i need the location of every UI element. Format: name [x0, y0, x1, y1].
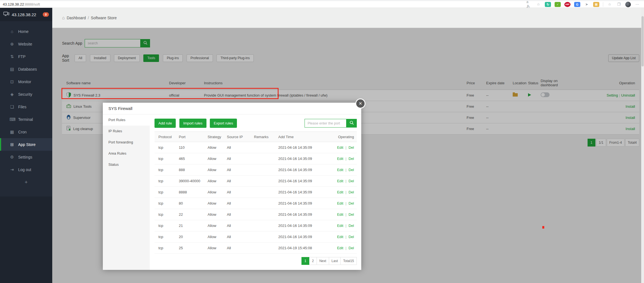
edit-link[interactable]: Edit — [337, 246, 343, 250]
edit-link[interactable]: Edit — [337, 190, 343, 194]
del-link[interactable]: Del — [348, 224, 354, 228]
rule-add-time: 2021-04-16 14:35:09 — [274, 142, 327, 153]
rule-remarks — [250, 220, 274, 231]
edit-link[interactable]: Edit — [337, 235, 343, 239]
adblock-plus-icon[interactable]: ABP — [564, 2, 571, 7]
modal-tab-ip-rules[interactable]: IP Rules — [103, 126, 150, 137]
ops-separator: | — [345, 157, 346, 161]
sidebar-item-icon: ◈ — [9, 92, 15, 97]
sidebar-item-home[interactable]: ⌂ Home — [0, 25, 52, 38]
rule-add-time: 2021-04-16 14:35:09 — [274, 164, 327, 176]
modal-pagination: 1 2 Next Last Total15 — [155, 257, 357, 265]
sidebar-add-button[interactable]: + — [0, 176, 52, 188]
rule-protocol: tcp — [155, 176, 175, 187]
modal-tab-port-forwarding[interactable]: Port forwarding — [103, 137, 150, 148]
del-link[interactable]: Del — [348, 157, 354, 161]
modal-tab-area-rules[interactable]: Area Rules — [103, 148, 150, 159]
collections-icon[interactable]: ❐ — [616, 2, 622, 7]
rule-source-ip: All — [223, 209, 250, 220]
sidebar-item-ftp[interactable]: ⇅ FTP — [0, 50, 52, 63]
port-search-button[interactable] — [346, 119, 357, 128]
edit-link[interactable]: Edit — [337, 145, 343, 150]
refresh-extension-icon[interactable]: ↻ — [545, 2, 551, 7]
modal-page-2[interactable]: 2 — [309, 257, 317, 265]
rule-strategy: Allow — [204, 187, 223, 198]
del-link[interactable]: Del — [348, 190, 354, 194]
del-link[interactable]: Del — [348, 235, 354, 239]
sidebar-item-label: Databases — [18, 67, 37, 71]
modal-tab-port-rules[interactable]: Port Rules — [103, 114, 150, 126]
rule-button-export-rules[interactable]: Export rules — [210, 119, 237, 128]
del-link[interactable]: Del — [348, 168, 354, 172]
edit-link[interactable]: Edit — [337, 157, 343, 161]
ops-separator: | — [345, 246, 346, 250]
del-link[interactable]: Del — [348, 246, 354, 250]
port-table-header: ProtocolPortStrategySource IPRemarksAdd … — [155, 132, 357, 142]
port-search-input[interactable] — [305, 119, 346, 128]
add-favorite-icon[interactable]: ☆ — [536, 2, 541, 7]
del-link[interactable]: Del — [348, 179, 354, 183]
del-link[interactable]: Del — [348, 145, 354, 150]
scrollbar-thumb[interactable] — [641, 16, 644, 66]
url-text[interactable]: 43.128.38.22:8888/soft — [0, 2, 40, 6]
rule-strategy: Allow — [204, 176, 223, 187]
sidebar-item-terminal[interactable]: ⌨ Terminal — [0, 113, 52, 126]
rule-add-time: 2021-04-19 15:45:08 — [274, 243, 327, 254]
browser-menu-icon[interactable]: ⋯ — [635, 2, 640, 7]
last-page-button[interactable]: Last — [329, 257, 341, 265]
idm-icon[interactable]: ➤ — [584, 2, 590, 7]
sidebar-item-databases[interactable]: ▤ Databases — [0, 63, 52, 75]
modal-tabs: Port Rules IP Rules Port forwarding Area… — [103, 114, 150, 270]
next-page-button[interactable]: Next — [317, 257, 329, 265]
sidebar-item-icon: ⊞ — [9, 142, 15, 147]
port-column-header: Source IP — [223, 132, 250, 142]
modal-total: Total15 — [340, 257, 357, 265]
rule-source-ip: All — [223, 198, 250, 209]
del-link[interactable]: Del — [348, 212, 354, 217]
adguard-icon[interactable]: ✓ — [555, 2, 561, 7]
font-size-icon[interactable]: aあ — [526, 2, 532, 7]
del-link[interactable]: Del — [348, 201, 354, 205]
sidebar-item-cron[interactable]: ▦ Cron — [0, 126, 52, 138]
rule-button-add-rule[interactable]: Add rule — [155, 119, 176, 128]
port-column-header: Protocol — [155, 132, 175, 142]
panel-logo[interactable]: 43.128.38.22 0 — [0, 8, 52, 21]
sidebar-item-monitor[interactable]: ⊡ Monitor — [0, 75, 52, 88]
port-column-header: Operating — [327, 132, 357, 142]
close-icon[interactable]: ✕ — [355, 99, 365, 109]
rule-button-import-rules[interactable]: Import rules — [179, 119, 206, 128]
rule-remarks — [250, 153, 274, 164]
edit-link[interactable]: Edit — [337, 212, 343, 217]
rule-port: 465 — [175, 153, 204, 164]
edit-link[interactable]: Edit — [337, 201, 343, 205]
google-translate-icon[interactable]: G — [574, 2, 580, 7]
home-icon[interactable]: ⌂ — [62, 15, 65, 20]
extension-icon[interactable]: ▦ — [593, 2, 599, 7]
message-badge[interactable]: 0 — [43, 12, 49, 17]
edit-link[interactable]: Edit — [337, 224, 343, 228]
sidebar-item-app-store[interactable]: ⊞ App Store — [0, 138, 52, 151]
server-ip: 43.128.38.22 — [12, 12, 36, 17]
ops-separator: | — [345, 168, 346, 172]
rule-strategy: Allow — [204, 164, 223, 176]
breadcrumb-dashboard[interactable]: Dashboard — [67, 16, 86, 20]
sidebar-item-label: Files — [18, 105, 27, 109]
edit-link[interactable]: Edit — [337, 179, 343, 183]
modal-pagination-pages: 1 2 — [302, 257, 317, 265]
sidebar-item-log-out[interactable]: ⇥ Log out — [0, 163, 52, 176]
sidebar-item-files[interactable]: ❏ Files — [0, 100, 52, 113]
sidebar-item-settings[interactable]: ⚙ Settings — [0, 151, 52, 163]
modal-tab-status[interactable]: Status — [103, 159, 150, 170]
favorites-bar-icon[interactable]: ☆ — [607, 2, 612, 7]
sidebar-item-security[interactable]: ◈ Security — [0, 88, 52, 100]
modal-page-1[interactable]: 1 — [301, 257, 309, 265]
rule-source-ip: All — [223, 231, 250, 243]
rule-source-ip: All — [223, 187, 250, 198]
rule-protocol: tcp — [155, 187, 175, 198]
sidebar-item-website[interactable]: ⊕ Website — [0, 38, 52, 50]
port-rule-row: tcp 25 Allow All 2021-04-19 15:45:08 Edi… — [155, 243, 357, 254]
rule-strategy: Allow — [204, 153, 223, 164]
edit-link[interactable]: Edit — [337, 168, 343, 172]
rule-port: 80 — [175, 198, 204, 209]
profile-avatar[interactable] — [625, 2, 631, 7]
